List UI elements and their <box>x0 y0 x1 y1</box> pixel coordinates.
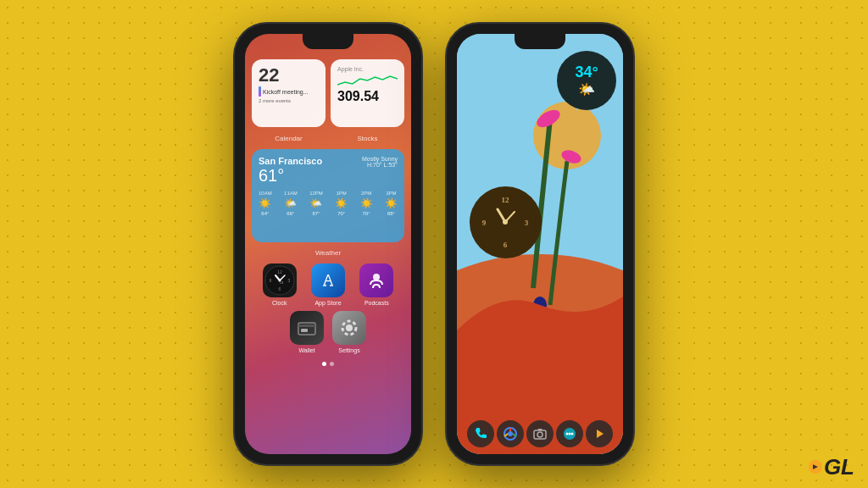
weather-city: San Francisco <box>259 156 322 166</box>
svg-text:6: 6 <box>504 241 508 249</box>
left-phone: 22 Kickoff meeting... 2 more events Cale… <box>235 24 421 464</box>
clock-label: Clock <box>272 300 287 306</box>
svg-point-16 <box>346 324 353 331</box>
android-dock <box>457 420 623 447</box>
wallet-label: Wallet <box>298 347 314 353</box>
podcasts-app[interactable]: Podcasts <box>359 263 393 306</box>
svg-text:6: 6 <box>278 286 281 291</box>
forecast-10am: 10AM ☀️ 64° <box>259 191 272 216</box>
settings-app[interactable]: Settings <box>332 311 366 353</box>
wallet-icon <box>290 311 324 345</box>
svg-point-37 <box>508 431 513 436</box>
app-row-2: Wallet Settings <box>252 311 404 353</box>
calendar-event: Kickoff meeting... <box>259 86 319 97</box>
forecast-1pm: 1PM ☀️ 70° <box>335 191 348 216</box>
stocks-widget: Apple Inc. 309.54 <box>331 59 404 127</box>
svg-point-45 <box>569 433 571 435</box>
chrome-dock-icon[interactable] <box>497 420 524 447</box>
widget-labels-row: Calendar Stocks <box>252 129 404 144</box>
app-row-1: 12 3 9 6 +9 Clock <box>252 263 404 306</box>
forecast-2pm: 2PM ☀️ 70° <box>360 191 373 216</box>
top-widgets-row: 22 Kickoff meeting... 2 more events Cale… <box>252 59 404 127</box>
svg-point-44 <box>566 433 569 435</box>
gl-text: GL <box>824 456 854 478</box>
svg-point-42 <box>537 432 542 437</box>
right-phone-screen: 34° 🌤️ 12 3 6 9 <box>457 34 623 454</box>
android-weather-icon: 🌤️ <box>578 81 595 97</box>
calendar-widget: 22 Kickoff meeting... 2 more events <box>252 59 326 127</box>
calendar-more: 2 more events <box>259 98 319 103</box>
play-dock-icon[interactable] <box>586 420 613 447</box>
stocks-chart <box>337 72 398 89</box>
calendar-day: 22 <box>259 66 319 85</box>
calendar-widget-label: Calendar <box>275 135 302 142</box>
weather-forecast: 10AM ☀️ 64° 11AM 🌤️ 66° 12PM 🌤️ 67° <box>259 191 398 216</box>
weather-label: Weather <box>252 249 404 257</box>
weather-left: San Francisco 61° <box>259 156 322 186</box>
svg-point-46 <box>571 433 574 435</box>
android-temp: 34° <box>575 64 598 81</box>
dot-1 <box>322 362 326 366</box>
right-phone: 34° 🌤️ 12 3 6 9 <box>447 24 633 464</box>
svg-text:3: 3 <box>287 278 290 283</box>
gl-logo-container: ▶ GL <box>809 456 854 478</box>
left-phone-screen: 22 Kickoff meeting... 2 more events Cale… <box>245 34 411 454</box>
svg-text:3: 3 <box>525 219 529 227</box>
gl-dot-circle: ▶ <box>809 460 822 474</box>
weather-top: San Francisco 61° Mostly Sunny H:70° L:5… <box>259 156 398 186</box>
clock-icon: 12 3 9 6 +9 <box>263 263 297 297</box>
notch-right <box>515 34 565 49</box>
appstore-icon: A <box>311 263 345 297</box>
svg-marker-47 <box>597 430 604 438</box>
svg-text:+9: +9 <box>279 280 283 285</box>
weather-widget: San Francisco 61° Mostly Sunny H:70° L:5… <box>252 149 404 242</box>
forecast-3pm: 3PM ☀️ 68° <box>385 191 398 216</box>
svg-point-12 <box>373 274 380 280</box>
weather-right: Mostly Sunny H:70° L:53° <box>362 156 398 168</box>
clock-app[interactable]: 12 3 9 6 +9 Clock <box>263 263 297 306</box>
svg-text:9: 9 <box>482 219 487 227</box>
svg-point-35 <box>503 219 508 225</box>
messages-dock-icon[interactable] <box>556 420 583 447</box>
settings-icon <box>332 311 366 345</box>
android-weather-widget: 34° 🌤️ <box>557 51 616 110</box>
android-clock-widget: 12 3 6 9 <box>470 186 542 258</box>
camera-dock-icon[interactable] <box>526 420 554 447</box>
notch-left <box>303 34 353 49</box>
svg-rect-15 <box>301 329 308 332</box>
stocks-price: 309.54 <box>337 89 398 104</box>
phone-dock-icon[interactable] <box>467 420 494 447</box>
svg-text:12: 12 <box>277 269 282 274</box>
event-bar <box>259 86 261 97</box>
forecast-12pm: 12PM 🌤️ 67° <box>309 191 323 216</box>
stocks-company: Apple Inc. <box>337 66 398 72</box>
weather-temp: 61° <box>259 166 322 186</box>
stocks-widget-label: Stocks <box>357 135 377 142</box>
svg-text:9: 9 <box>269 278 271 283</box>
dot-2 <box>330 362 334 366</box>
app-store-app[interactable]: A App Store <box>311 263 345 306</box>
forecast-11am: 11AM 🌤️ 66° <box>284 191 298 216</box>
page-dots <box>252 362 404 366</box>
appstore-label: App Store <box>314 300 341 306</box>
svg-rect-14 <box>298 324 315 327</box>
podcasts-icon <box>359 263 393 297</box>
podcasts-label: Podcasts <box>364 300 389 306</box>
ios-home-screen: 22 Kickoff meeting... 2 more events Cale… <box>245 53 411 454</box>
wallet-app[interactable]: Wallet <box>290 311 324 353</box>
svg-text:12: 12 <box>502 196 510 204</box>
settings-label: Settings <box>338 347 359 353</box>
